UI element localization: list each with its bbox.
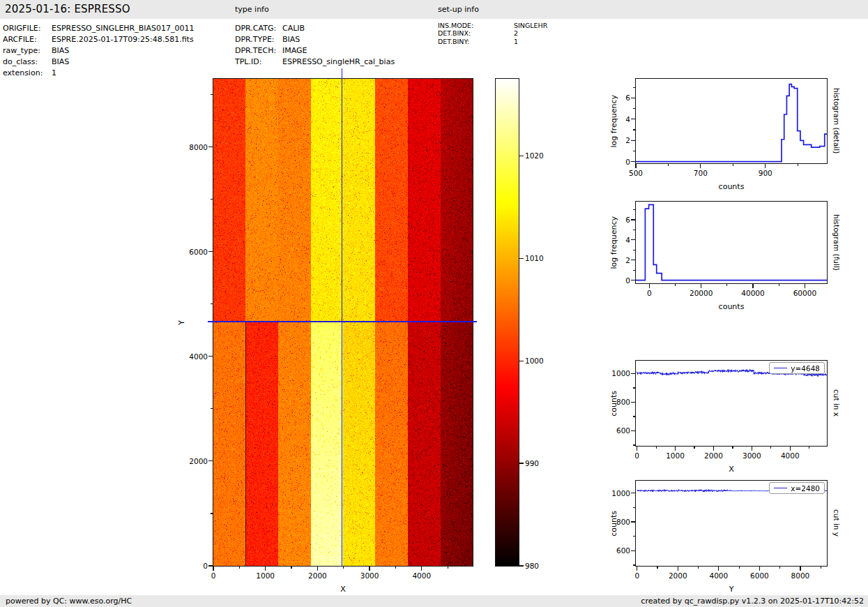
x-tick-label: 3000: [360, 571, 379, 580]
footer-created-by: created by qc_rawdisp.py v1.2.3 on 2025-…: [641, 595, 864, 607]
y-tick: [208, 356, 213, 357]
x-tick-label: 500: [629, 169, 643, 177]
x-tick-label: 0: [634, 571, 639, 580]
x-tick-label: 1000: [256, 571, 275, 580]
x-tick-label: 20000: [690, 289, 713, 297]
x-minor-tick: [239, 567, 240, 569]
y-minor-tick: [211, 94, 213, 95]
colorbar-tick-label: 990: [525, 459, 539, 467]
x-tick-label: 40000: [741, 289, 764, 297]
y-tick: [631, 402, 635, 403]
legend: y=4648: [769, 362, 825, 374]
x-minor-tick: [668, 164, 669, 166]
colorbar-tick: [519, 156, 524, 156]
meta-value: 2: [514, 29, 518, 37]
legend-label: y=4648: [791, 364, 820, 373]
meta-row: ARCFILE:ESPRE.2025-01-17T09:25:48.581.fi…: [3, 34, 195, 45]
x-tick-label: 4000: [709, 571, 728, 580]
meta-row: DPR.CATG:CALIB: [235, 23, 395, 34]
header-bar: 2025-01-16: ESPRESSO type info set-up in…: [0, 0, 868, 19]
y-minor-tick: [633, 444, 635, 445]
histogram-full-plot: 02000040000600000246countslog frequencyh…: [635, 201, 828, 284]
y-axis-label: Y: [177, 79, 186, 566]
meta-value: BIAS: [52, 57, 69, 66]
y-tick-label: 0: [184, 562, 208, 570]
y-minor-tick: [633, 270, 635, 271]
meta-row: DET.BINX:2: [438, 29, 547, 37]
x-tick: [759, 567, 760, 571]
y-minor-tick: [633, 129, 635, 130]
x-tick: [675, 447, 676, 451]
cut-in-y-plot: 020004000600080006008001000Ycountscut in…: [635, 480, 828, 567]
meta-value: 1: [514, 38, 518, 45]
y-minor-tick: [211, 513, 213, 514]
x-minor-tick: [395, 567, 396, 569]
x-tick: [421, 567, 422, 571]
meta-value: BIAS: [282, 35, 300, 44]
y-tick: [631, 140, 635, 141]
y-axis-label-text: counts: [609, 511, 618, 537]
x-minor-tick: [770, 447, 771, 449]
meta-label: INS.MODE:: [438, 22, 514, 29]
y-tick: [631, 373, 635, 374]
y-tick: [631, 119, 635, 119]
x-tick: [637, 447, 637, 451]
x-axis-label: X: [729, 465, 734, 474]
x-minor-tick: [726, 284, 727, 286]
x-tick-label: 900: [759, 169, 772, 177]
meta-row: INS.MODE:SINGLEHR: [438, 22, 547, 29]
right-side-label-text: cut in y: [832, 509, 841, 537]
y-minor-tick: [633, 507, 635, 508]
meta-label: do_class:: [3, 57, 52, 68]
meta-label: DET.BINX:: [438, 29, 514, 37]
x-minor-tick: [694, 447, 694, 449]
y-minor-tick: [211, 304, 213, 304]
x-minor-tick: [779, 567, 780, 569]
x-tick: [678, 567, 678, 571]
x-tick-label: 2000: [308, 571, 327, 580]
bias-frame-heatmap: 0100020003000400002000400060008000XY: [213, 78, 473, 567]
y-tick: [208, 147, 213, 147]
x-tick: [718, 567, 719, 571]
footer-powered-by: powered by QC: www.eso.org/HC: [6, 595, 132, 607]
meta-value: IMAGE: [282, 46, 307, 55]
legend-label: x=2480: [791, 484, 820, 493]
x-axis-label: Y: [729, 585, 734, 594]
meta-value: CALIB: [282, 24, 305, 33]
x-tick-label: 8000: [791, 571, 810, 580]
right-side-label: histogram (detail): [832, 79, 841, 163]
colorbar-tick-label: 1010: [525, 254, 544, 262]
cut-in-x-plot: 010002000300040006008001000Xcountscut in…: [635, 360, 828, 447]
y-tick: [208, 460, 213, 461]
meta-row: DPR.TYPE:BIAS: [235, 34, 395, 45]
y-minor-tick: [633, 209, 635, 210]
meta-label: raw_type:: [3, 45, 52, 57]
x-minor-tick: [739, 567, 740, 569]
x-tick: [265, 567, 266, 571]
heatmap-canvas: [213, 79, 473, 566]
y-tick: [208, 565, 213, 566]
y-axis-label-text: counts: [609, 391, 618, 417]
x-minor-tick: [798, 164, 798, 166]
meta-value: ESPRESSO_SINGLEHR_BIAS017_0011: [52, 24, 195, 33]
y-tick: [631, 280, 635, 280]
meta-label: DPR.TECH:: [235, 45, 282, 57]
x-tick: [800, 567, 800, 571]
x-minor-tick: [291, 567, 291, 569]
right-side-label: cut in x: [832, 361, 841, 446]
x-tick: [317, 567, 318, 571]
type-info-title: type info: [235, 5, 269, 14]
meta-row: DET.BINY:1: [438, 38, 547, 45]
x-tick: [649, 284, 650, 288]
meta-row: TPL.ID:ESPRESSO_singleHR_cal_bias: [235, 57, 395, 68]
y-axis-label: log frequency: [609, 202, 618, 283]
x-tick-label: 1000: [666, 451, 685, 460]
meta-row: do_class:BIAS: [3, 57, 195, 68]
x-tick: [752, 447, 752, 451]
x-minor-tick: [732, 447, 733, 449]
x-tick-label: 700: [694, 169, 708, 177]
y-axis-label-text: log frequency: [609, 95, 618, 147]
y-minor-tick: [633, 416, 635, 417]
x-axis-label: counts: [719, 302, 745, 311]
x-minor-tick: [448, 567, 448, 569]
